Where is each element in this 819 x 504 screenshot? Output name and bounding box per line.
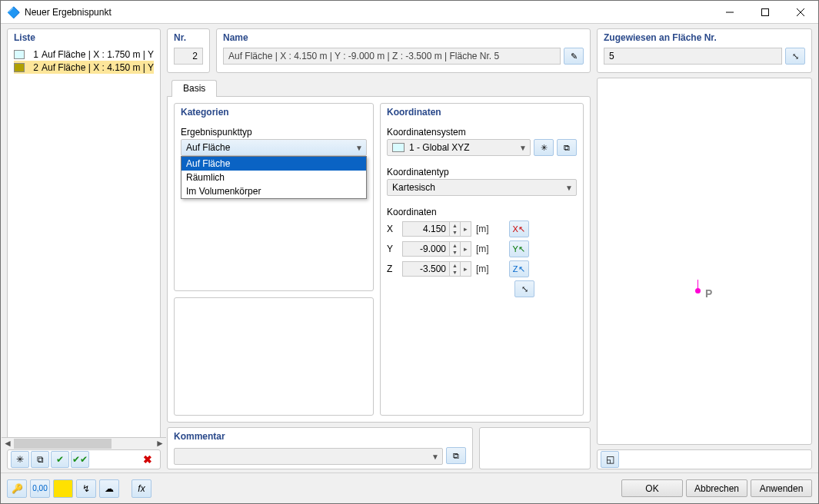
coordinate-system-label: Koordinatensystem — [387, 127, 577, 138]
result-point-type-option[interactable]: Räumlich — [181, 171, 366, 184]
list-item[interactable]: 2Auf Fläche | X : 4.150 m | Y : -9.00 — [14, 61, 154, 74]
maximize-button[interactable] — [747, 1, 783, 24]
pick-x-icon: X↖ — [513, 224, 525, 234]
assigned-panel: Zugewiesen an Fläche Nr. 5 ⤡ — [597, 28, 812, 73]
coordinate-type-combo[interactable]: Kartesisch ▼ — [387, 179, 577, 196]
list-horizontal-scrollbar[interactable]: ◄ ► — [2, 437, 166, 449]
preview-point-marker — [695, 288, 701, 293]
pencil-icon: ✎ — [571, 51, 578, 61]
result-point-type-option[interactable]: Auf Fläche — [181, 157, 366, 171]
new-cs-button[interactable]: ✳ — [534, 139, 554, 156]
coord-z-spinner[interactable]: ▲▼ — [450, 261, 461, 277]
check-all-button[interactable]: ✔✔ — [71, 451, 89, 468]
edit-cs-button[interactable]: ⧉ — [557, 139, 577, 156]
header-row: Nr. 2 Name Auf Fläche | X : 4.150 m | Y … — [167, 28, 591, 73]
new-icon: ✳ — [541, 143, 548, 153]
close-button[interactable] — [783, 1, 818, 24]
delete-icon: ✖ — [143, 453, 152, 466]
view-button[interactable]: ☁ — [99, 479, 119, 498]
coord-x-unit: [m] — [476, 224, 489, 234]
coord-y-step-button[interactable]: ▸ — [461, 241, 471, 257]
cloud-icon: ☁ — [105, 483, 114, 494]
copy-item-button[interactable]: ⧉ — [31, 451, 49, 468]
library-icon: ⧉ — [564, 143, 570, 153]
units-button[interactable]: 0,00 — [30, 479, 50, 498]
list-item-swatch — [14, 50, 25, 59]
coord-y-spinner[interactable]: ▲▼ — [450, 241, 461, 257]
pick-y-button[interactable]: Y↖ — [509, 240, 529, 257]
coord-x-step-button[interactable]: ▸ — [461, 221, 471, 237]
coordinates-section: Koordinaten Koordinatensystem 1 - Global… — [380, 103, 584, 416]
pick-surface-button[interactable]: ⤡ — [785, 48, 805, 65]
axes-icon: ↯ — [82, 483, 90, 494]
ok-button[interactable]: OK — [621, 479, 683, 497]
coord-z-input[interactable]: -3.500 ▲▼ ▸ — [402, 261, 471, 277]
new-icon: ✳ — [16, 454, 24, 465]
chevron-down-icon: ▼ — [431, 453, 439, 461]
comment-title: Kommentar — [168, 428, 472, 446]
coord-x-value: 4.150 — [402, 221, 450, 237]
pick-z-button[interactable]: Z↖ — [509, 260, 529, 277]
comment-library-button[interactable]: ⧉ — [446, 447, 466, 464]
title-bar: 🔷 Neuer Ergebnispunkt — [1, 1, 818, 24]
scroll-right-icon: ► — [154, 438, 166, 449]
help-button[interactable]: 🔑 — [7, 479, 27, 498]
coord-y-input[interactable]: -9.000 ▲▼ ▸ — [402, 241, 471, 257]
assigned-field[interactable]: 5 — [604, 48, 782, 65]
color-button[interactable] — [53, 479, 73, 498]
coord-x-row: X 4.150 ▲▼ ▸ [m] X↖ — [387, 219, 577, 239]
result-point-type-label: Ergebnispunkttyp — [181, 127, 367, 138]
coordinate-system-combo[interactable]: 1 - Global XYZ ▼ — [387, 139, 531, 156]
categories-empty-section — [174, 297, 374, 416]
coordinate-type-label: Koordinatentyp — [387, 167, 577, 177]
list-item-swatch — [14, 63, 25, 72]
coord-pick-row: ⤡ — [387, 279, 577, 299]
preview-point-label: P — [705, 287, 712, 300]
list-item-label: Auf Fläche | X : 4.150 m | Y : -9.00 — [42, 62, 154, 73]
center-column: Nr. 2 Name Auf Fläche | X : 4.150 m | Y … — [167, 28, 591, 469]
new-item-button[interactable]: ✳ — [11, 451, 29, 468]
units-icon: 0,00 — [32, 484, 47, 492]
axes-button[interactable]: ↯ — [76, 479, 96, 498]
tab-basis[interactable]: Basis — [171, 80, 217, 97]
apply-button[interactable]: Anwenden — [751, 479, 812, 497]
assigned-title: Zugewiesen an Fläche Nr. — [598, 29, 811, 48]
result-point-type-dropdown[interactable]: Auf Fläche ▼ Auf FlächeRäumlichIm Volume… — [181, 139, 367, 156]
check-item-button[interactable]: ✔ — [51, 451, 69, 468]
delete-item-button[interactable]: ✖ — [138, 451, 157, 468]
chevron-down-icon: ▼ — [565, 184, 573, 192]
pick-point-button[interactable]: ⤡ — [514, 280, 534, 297]
coord-x-spinner[interactable]: ▲▼ — [450, 221, 461, 237]
comment-empty-panel — [479, 427, 591, 469]
cancel-button[interactable]: Abbrechen — [686, 479, 747, 497]
scroll-thumb[interactable] — [14, 439, 112, 449]
coord-z-unit: [m] — [476, 264, 489, 274]
coord-z-label: Z — [387, 264, 398, 274]
list-body: 1Auf Fläche | X : 1.750 m | Y : -6.902Au… — [8, 48, 160, 437]
preview-settings-button[interactable]: ◱ — [601, 451, 619, 468]
comment-combo[interactable]: ▼ — [174, 448, 443, 465]
tab-strip: Basis — [167, 78, 591, 96]
display-settings-icon: ◱ — [606, 454, 614, 465]
coord-z-row: Z -3.500 ▲▼ ▸ [m] Z↖ — [387, 259, 577, 279]
result-point-type-list: Auf FlächeRäumlichIm Volumenkörper — [181, 156, 367, 199]
preview-viewport[interactable]: P — [597, 78, 812, 445]
list-item[interactable]: 1Auf Fläche | X : 1.750 m | Y : -6.90 — [14, 48, 154, 61]
close-icon — [797, 8, 804, 16]
coord-z-step-button[interactable]: ▸ — [461, 261, 471, 277]
coordinates-title: Koordinaten — [381, 104, 583, 121]
number-field[interactable]: 2 — [174, 48, 203, 65]
list-item-number: 1 — [28, 49, 38, 60]
function-button[interactable]: fx — [132, 479, 151, 498]
result-point-type-option[interactable]: Im Volumenkörper — [181, 184, 366, 198]
window-title: Neuer Ergebnispunkt — [25, 7, 112, 18]
name-field[interactable]: Auf Fläche | X : 4.150 m | Y : -9.000 m … — [223, 48, 561, 65]
pick-x-button[interactable]: X↖ — [509, 220, 529, 237]
list-item-label: Auf Fläche | X : 1.750 m | Y : -6.90 — [42, 49, 154, 60]
key-icon: 🔑 — [12, 483, 23, 494]
minimize-button[interactable] — [712, 1, 747, 24]
coord-x-input[interactable]: 4.150 ▲▼ ▸ — [402, 221, 471, 237]
check-all-icon: ✔✔ — [72, 454, 88, 465]
maximize-icon — [761, 8, 769, 16]
edit-name-button[interactable]: ✎ — [564, 48, 584, 65]
